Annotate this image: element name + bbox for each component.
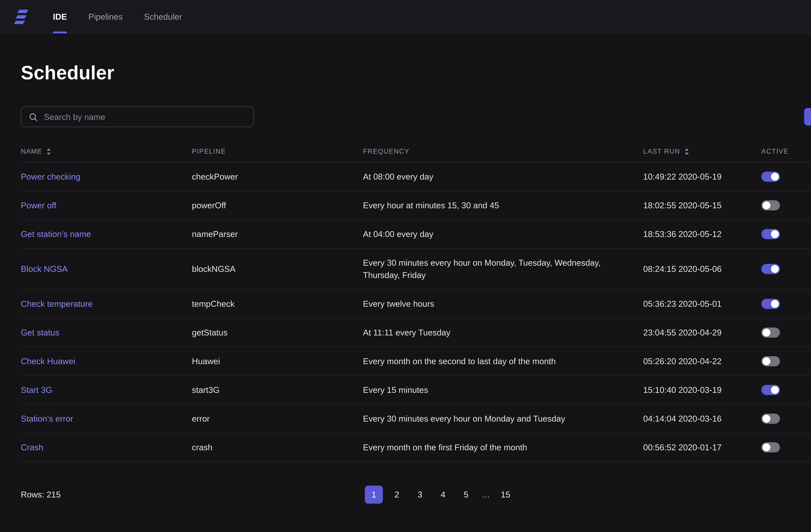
page-button-4[interactable]: 4	[434, 485, 452, 503]
last-run-cell: 10:49:22 2020-05-19	[643, 171, 762, 183]
app-logo-icon[interactable]	[12, 7, 31, 26]
pipeline-cell: start3G	[192, 384, 363, 396]
rule-name-link[interactable]: Crash	[21, 442, 43, 452]
page-button-2[interactable]: 2	[388, 485, 406, 503]
table-row: Crash crash Every month on the first Fri…	[21, 433, 811, 462]
frequency-cell: At 11:11 every Tuesday	[363, 326, 643, 338]
rule-name-link[interactable]: Get station’s name	[21, 229, 91, 239]
toggle-knob	[763, 414, 770, 422]
active-toggle[interactable]	[761, 264, 780, 274]
page-button-1[interactable]: 1	[365, 485, 383, 503]
search-icon	[28, 112, 38, 122]
nav-tabs: IDE Pipelines Scheduler	[53, 0, 182, 33]
header-frequency: FREQUENCY	[363, 148, 643, 155]
table-footer: Rows: 215 1 2 3 4 5 … 15 See 10	[21, 483, 811, 505]
page-button-5[interactable]: 5	[457, 485, 475, 503]
frequency-cell: Every month on the second to last day of…	[363, 355, 643, 367]
rule-name-link[interactable]: Get status	[21, 327, 59, 337]
last-run-cell: 00:56:52 2020-01-17	[643, 441, 762, 453]
table-row: Power off powerOff Every hour at minutes…	[21, 192, 811, 220]
tab-pipelines[interactable]: Pipelines	[88, 0, 123, 33]
sort-icon	[46, 148, 51, 155]
zepl-logo-icon	[12, 7, 31, 26]
pipeline-cell: crash	[192, 441, 363, 453]
last-run-cell: 18:53:36 2020-05-12	[643, 228, 762, 240]
toolbar: + New rule	[21, 106, 811, 127]
frequency-cell: At 08:00 every day	[363, 171, 643, 183]
last-run-cell: 23:04:55 2020-04-29	[643, 326, 762, 338]
frequency-cell: Every month on the first Friday of the m…	[363, 441, 643, 453]
frequency-cell: Every 15 minutes	[363, 384, 643, 396]
pipeline-cell: getStatus	[192, 326, 363, 338]
tab-ide[interactable]: IDE	[53, 0, 67, 33]
table-row: Check temperature tempCheck Every twelve…	[21, 290, 811, 318]
search-input[interactable]	[44, 112, 247, 121]
active-toggle[interactable]	[761, 229, 780, 239]
table-row: Power checking checkPower At 08:00 every…	[21, 163, 811, 192]
active-toggle[interactable]	[761, 327, 780, 337]
search-box	[21, 106, 254, 127]
top-nav: IDE Pipelines Scheduler	[0, 0, 811, 34]
sort-icon	[684, 148, 689, 155]
table-row: Check Huawei Huawei Every month on the s…	[21, 347, 811, 376]
pipeline-cell: tempCheck	[192, 298, 363, 310]
table-row: Block NGSA blockNGSA Every 30 minutes ev…	[21, 249, 811, 290]
active-toggle[interactable]	[761, 200, 780, 210]
pipeline-cell: nameParser	[192, 228, 363, 240]
pagination-ellipsis: …	[480, 485, 491, 503]
table-body: Power checking checkPower At 08:00 every…	[21, 163, 811, 462]
main-content: Scheduler + New rule NAME	[0, 62, 811, 506]
toggle-knob	[771, 386, 779, 394]
toggle-knob	[771, 300, 779, 307]
last-run-cell: 15:10:40 2020-03-19	[643, 384, 762, 396]
header-last-run-label: LAST RUN	[643, 148, 680, 155]
table-row: Get station’s name nameParser At 04:00 e…	[21, 220, 811, 249]
rule-name-link[interactable]: Power off	[21, 200, 56, 210]
toggle-knob	[771, 230, 779, 238]
active-toggle[interactable]	[761, 356, 780, 366]
tab-scheduler[interactable]: Scheduler	[144, 0, 182, 33]
rule-name-link[interactable]: Power checking	[21, 172, 80, 181]
header-name[interactable]: NAME	[21, 148, 192, 155]
pipeline-cell: Huawei	[192, 355, 363, 367]
rule-name-link[interactable]: Check temperature	[21, 299, 93, 308]
toggle-knob	[763, 328, 770, 336]
pipeline-cell: powerOff	[192, 199, 363, 212]
frequency-cell: Every 30 minutes every hour on Monday an…	[363, 412, 643, 424]
page-button-3[interactable]: 3	[411, 485, 429, 503]
table-row: Start 3G start3G Every 15 minutes 15:10:…	[21, 376, 811, 404]
header-name-label: NAME	[21, 148, 42, 155]
header-pipeline-label: PIPELINE	[192, 148, 226, 155]
header-last-run[interactable]: LAST RUN	[643, 148, 762, 155]
toggle-knob	[763, 357, 770, 365]
last-run-cell: 05:26:20 2020-04-22	[643, 355, 762, 367]
toggle-knob	[771, 265, 779, 273]
pipeline-cell: blockNGSA	[192, 263, 363, 275]
page-button-15[interactable]: 15	[496, 485, 515, 503]
frequency-cell: Every hour at minutes 15, 30 and 45	[363, 199, 643, 212]
active-toggle[interactable]	[761, 442, 780, 452]
pipeline-cell: checkPower	[192, 171, 363, 183]
last-run-cell: 04:14:04 2020-03-16	[643, 412, 762, 424]
toggle-knob	[763, 201, 770, 209]
pagination: 1 2 3 4 5 … 15	[365, 485, 515, 503]
table-row: Station’s error error Every 30 minutes e…	[21, 404, 811, 433]
rule-name-link[interactable]: Start 3G	[21, 385, 52, 394]
active-toggle[interactable]	[761, 299, 780, 309]
rules-table: NAME PIPELINE FREQUENCY LAST RUN	[21, 142, 811, 461]
new-rule-button[interactable]: + New rule	[804, 108, 811, 125]
rule-name-link[interactable]: Station’s error	[21, 413, 73, 423]
active-toggle[interactable]	[761, 172, 780, 182]
rule-name-link[interactable]: Check Huawei	[21, 356, 75, 366]
active-toggle[interactable]	[761, 384, 780, 395]
table-row: Get status getStatus At 11:11 every Tues…	[21, 318, 811, 347]
last-run-cell: 18:02:55 2020-05-15	[643, 199, 762, 212]
frequency-cell: Every twelve hours	[363, 298, 643, 310]
pipeline-cell: error	[192, 412, 363, 424]
header-pipeline: PIPELINE	[192, 148, 363, 155]
active-toggle[interactable]	[761, 413, 780, 423]
page-title: Scheduler	[21, 62, 811, 84]
header-frequency-label: FREQUENCY	[363, 148, 409, 155]
rule-name-link[interactable]: Block NGSA	[21, 264, 67, 273]
rows-count: Rows: 215	[21, 489, 61, 499]
